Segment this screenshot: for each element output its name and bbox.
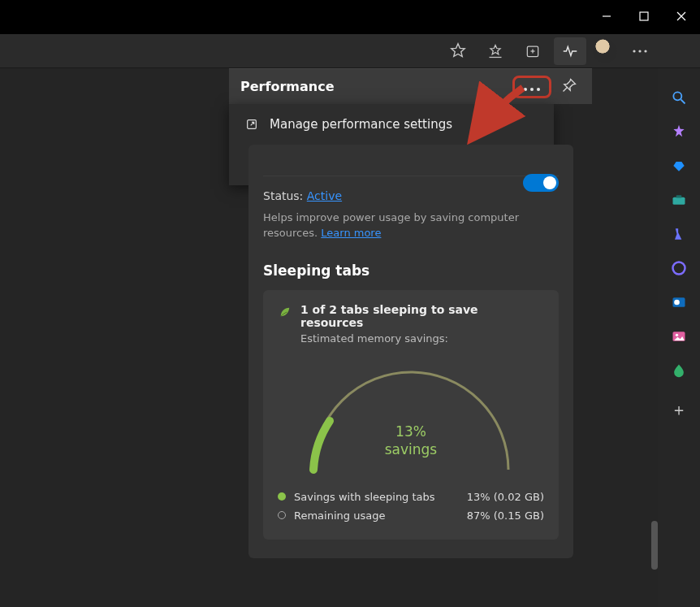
savings-gauge: 13% savings xyxy=(278,356,544,478)
leaf-icon xyxy=(278,305,292,322)
sleeping-tabs-card: 1 of 2 tabs sleeping to save resources E… xyxy=(263,290,559,540)
browser-toolbar xyxy=(0,34,700,68)
gauge-legend: Savings with sleeping tabs 13% (0.02 GB)… xyxy=(278,488,544,525)
svg-rect-17 xyxy=(673,197,685,205)
performance-icon[interactable] xyxy=(554,37,586,65)
status-value[interactable]: Active xyxy=(307,189,342,202)
efficiency-toggle[interactable] xyxy=(523,174,559,192)
image-icon[interactable] xyxy=(669,327,689,346)
svg-point-21 xyxy=(674,300,680,306)
shopping-icon[interactable] xyxy=(669,156,689,176)
rewards-icon[interactable] xyxy=(669,122,689,141)
profile-avatar[interactable] xyxy=(593,39,617,63)
learn-more-link[interactable]: Learn more xyxy=(321,227,381,239)
office-icon[interactable] xyxy=(669,258,689,278)
favorites-icon[interactable] xyxy=(479,37,512,65)
efficiency-help-text: Helps improve power usage by saving comp… xyxy=(263,210,559,241)
legend-dot-ring-icon xyxy=(278,511,286,519)
gauge-word: savings xyxy=(278,440,544,458)
svg-point-13 xyxy=(537,88,540,91)
pin-button[interactable] xyxy=(558,74,581,99)
svg-point-12 xyxy=(530,88,534,91)
svg-line-16 xyxy=(681,100,685,104)
edge-sidebar: ＋ xyxy=(658,68,700,607)
menu-item-manage-settings[interactable]: Manage performance settings xyxy=(229,109,554,140)
settings-more-button[interactable] xyxy=(625,37,655,65)
minimize-button[interactable] xyxy=(588,0,625,33)
svg-point-10 xyxy=(644,50,646,52)
svg-rect-18 xyxy=(676,195,682,197)
svg-point-8 xyxy=(633,50,635,52)
legend-row-remaining: Remaining usage 87% (0.15 GB) xyxy=(278,506,544,525)
svg-point-11 xyxy=(524,88,527,91)
close-button[interactable] xyxy=(663,0,700,33)
window-controls xyxy=(588,0,700,33)
menu-label-manage: Manage performance settings xyxy=(270,117,452,132)
performance-title: Performance xyxy=(240,79,506,94)
sleeping-summary: 1 of 2 tabs sleeping to save resources xyxy=(300,303,544,329)
open-external-icon xyxy=(244,118,260,131)
performance-panel: Status: Active Helps improve power usage… xyxy=(248,145,573,558)
maximize-button[interactable] xyxy=(625,0,663,33)
svg-point-19 xyxy=(673,262,685,275)
svg-point-23 xyxy=(676,334,678,336)
svg-point-9 xyxy=(638,50,641,52)
scrollbar-thumb[interactable] xyxy=(651,521,658,570)
search-icon[interactable] xyxy=(669,88,689,107)
performance-more-button[interactable] xyxy=(512,76,551,98)
collections-icon[interactable] xyxy=(516,37,549,65)
svg-point-15 xyxy=(673,92,681,100)
outlook-icon[interactable] xyxy=(669,293,689,312)
sleeping-subtitle: Estimated memory savings: xyxy=(300,332,544,345)
sidebar-add-button[interactable]: ＋ xyxy=(669,400,689,419)
legend-dot-fill-icon xyxy=(278,492,286,501)
svg-rect-1 xyxy=(640,12,648,20)
status-label: Status: xyxy=(263,189,303,202)
favorite-add-icon[interactable] xyxy=(442,37,474,65)
tools-icon[interactable] xyxy=(669,190,689,210)
gauge-percent: 13% xyxy=(278,423,544,440)
performance-flyout-header: Performance xyxy=(229,68,592,104)
games-icon[interactable] xyxy=(669,224,689,244)
sleeping-tabs-heading: Sleeping tabs xyxy=(263,262,559,279)
drop-icon[interactable] xyxy=(669,361,689,380)
legend-row-savings: Savings with sleeping tabs 13% (0.02 GB) xyxy=(278,488,544,506)
